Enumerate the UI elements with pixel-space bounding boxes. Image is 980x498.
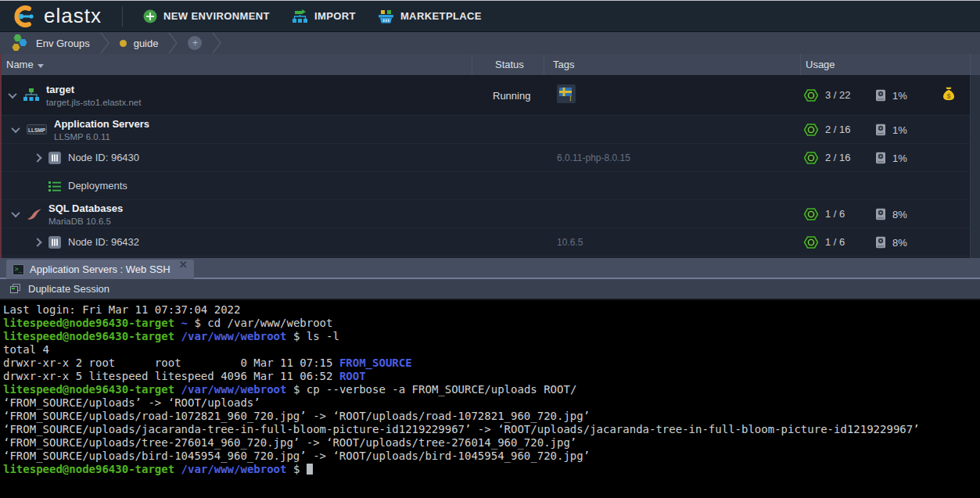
marketplace-button[interactable]: MARKETPLACE <box>367 1 493 31</box>
terminal-line: litespeed@node96430-target ~ $ cd /var/w… <box>3 317 980 330</box>
ssh-toolbar: Duplicate Session <box>0 279 980 300</box>
column-header-tags[interactable]: Tags <box>553 59 574 70</box>
breadcrumb-guide[interactable]: guide <box>110 32 168 54</box>
duplicate-icon <box>10 284 21 294</box>
guide-label: guide <box>134 38 159 49</box>
column-divider <box>800 54 801 75</box>
row-title: Application Servers <box>54 118 149 130</box>
column-header-status[interactable]: Status <box>495 59 524 70</box>
cloudlets-icon <box>804 89 818 102</box>
terminal-line: ‘FROM_SOURCE/uploads/jacaranda-tree-in-f… <box>3 423 980 436</box>
plus-icon: + <box>188 36 202 50</box>
disk-usage: 8% <box>876 236 907 248</box>
duplicate-session-button[interactable]: Duplicate Session <box>0 283 120 295</box>
scrollbar[interactable] <box>970 75 980 258</box>
status-label: Running <box>493 89 530 101</box>
left-accent-stripe <box>0 54 2 258</box>
terminal-line: ‘FROM_SOURCE/uploads’ -> ‘ROOT/uploads’ <box>3 396 980 410</box>
column-header-name[interactable]: Name <box>6 59 44 70</box>
terminal-cursor <box>307 464 313 475</box>
new-environment-button[interactable]: NEW ENVIRONMENT <box>132 1 281 31</box>
chevron-right-icon[interactable] <box>33 153 41 162</box>
row-title: Deployments <box>68 180 127 192</box>
chevron-down-icon[interactable] <box>11 124 20 132</box>
chevron-right-icon[interactable] <box>33 238 41 246</box>
node-96432-row[interactable]: Node ID: 9643210.6.51 / 68% <box>0 228 970 256</box>
group-color-dot <box>120 40 127 47</box>
row-subtitle: MariaDB 10.6.5 <box>48 217 123 226</box>
plus-circle-icon <box>143 9 157 23</box>
svg-text:I: I <box>569 95 572 102</box>
deployments-row[interactable]: Deployments <box>0 172 970 200</box>
duplicate-session-label: Duplicate Session <box>28 283 109 295</box>
row-title: Node ID: 96430 <box>68 152 139 163</box>
svg-text:LLSMP: LLSMP <box>28 127 46 133</box>
deployments-icon <box>48 181 61 192</box>
env-target-row[interactable]: targettarget.jls-sto1.elastx.netRunningI… <box>0 75 970 116</box>
import-button[interactable]: IMPORT <box>281 1 367 31</box>
disk-icon <box>876 89 885 101</box>
topbar-divider <box>122 6 123 27</box>
tab-title: Application Servers : Web SSH <box>30 263 171 275</box>
disk-icon <box>876 152 885 163</box>
disk-usage: 1% <box>876 124 907 135</box>
disk-usage: 8% <box>876 208 907 220</box>
billing-moneybag-icon: $ <box>942 87 955 101</box>
terminal-line: total 4 <box>3 343 980 356</box>
add-group-button[interactable]: + <box>178 32 211 54</box>
disk-icon <box>876 124 885 135</box>
column-header-usage[interactable]: Usage <box>806 59 835 70</box>
disk-icon <box>876 236 885 248</box>
version-tag: 10.6.5 <box>557 237 583 248</box>
chevron-down-icon[interactable] <box>8 89 16 98</box>
breadcrumb-env-groups[interactable]: Env Groups <box>0 32 99 54</box>
cloudlets-usage: 1 / 6 <box>804 208 845 220</box>
version-tag: 6.0.11-php-8.0.15 <box>557 152 630 163</box>
breadcrumb: Env Groups guide + <box>0 32 980 54</box>
elastx-dashboard: elastx NEW ENVIRONMENT IMPORT <box>0 0 980 498</box>
terminal-icon: >_ <box>13 264 24 275</box>
terminal[interactable]: Last login: Fri Mar 11 07:37:04 2022lite… <box>0 300 980 498</box>
disk-icon <box>876 208 885 220</box>
region-flag-icon: I <box>557 84 576 103</box>
environment-icon <box>23 88 39 102</box>
env-groups-icon <box>9 34 29 53</box>
marketplace-icon <box>378 9 394 23</box>
mariadb-seal-icon <box>27 208 41 220</box>
new-environment-label: NEW ENVIRONMENT <box>163 10 270 22</box>
cloudlets-usage: 1 / 6 <box>804 236 845 249</box>
environment-list: targettarget.jls-sto1.elastx.netRunningI… <box>0 75 980 258</box>
node-96430-row[interactable]: Node ID: 964306.0.11-php-8.0.152 / 161% <box>0 144 970 172</box>
import-label: IMPORT <box>314 10 356 22</box>
close-icon[interactable]: ✕ <box>179 260 188 270</box>
cloudlets-usage: 2 / 16 <box>804 124 851 136</box>
brand-logo[interactable]: elastx <box>0 1 113 31</box>
table-header: Name Status Tags Usage <box>0 54 980 75</box>
terminal-line: ‘FROM_SOURCE/uploads/bird-1045954_960_72… <box>3 450 980 463</box>
disk-usage: 1% <box>876 89 907 101</box>
terminal-line: litespeed@node96430-target /var/www/webr… <box>3 383 980 396</box>
breadcrumb-separator-icon <box>167 32 178 54</box>
application-servers-row[interactable]: LLSMPApplication ServersLLSMP 6.0.112 / … <box>0 116 970 144</box>
terminal-line: ‘FROM_SOURCE/uploads/tree-276014_960_720… <box>3 436 980 450</box>
sql-databases-row[interactable]: SQL DatabasesMariaDB 10.6.51 / 68% <box>0 200 970 228</box>
svg-text:$: $ <box>947 91 951 99</box>
breadcrumb-separator-icon <box>211 32 222 54</box>
cloudlets-icon <box>804 152 818 164</box>
row-title: Node ID: 96432 <box>68 236 139 248</box>
disk-usage: 1% <box>876 152 907 163</box>
top-bar: elastx NEW ENVIRONMENT IMPORT <box>0 0 980 31</box>
import-icon <box>292 9 308 23</box>
terminal-line: litespeed@node96430-target /var/www/webr… <box>3 330 980 343</box>
billing-button[interactable]: $ <box>942 87 955 104</box>
llsmp-stack-icon: LLSMP <box>27 124 47 134</box>
env-groups-label: Env Groups <box>36 38 90 49</box>
cloudlets-icon <box>804 208 818 220</box>
cloudlets-icon <box>804 124 818 136</box>
node-icon <box>48 152 61 164</box>
ssh-tab-bar: >_ Application Servers : Web SSH ✕ <box>0 258 980 279</box>
brand-name: elastx <box>44 4 102 28</box>
chevron-down-icon[interactable] <box>11 208 20 217</box>
tab-web-ssh[interactable]: >_ Application Servers : Web SSH ✕ <box>6 260 194 279</box>
row-subtitle: LLSMP 6.0.11 <box>54 132 149 142</box>
